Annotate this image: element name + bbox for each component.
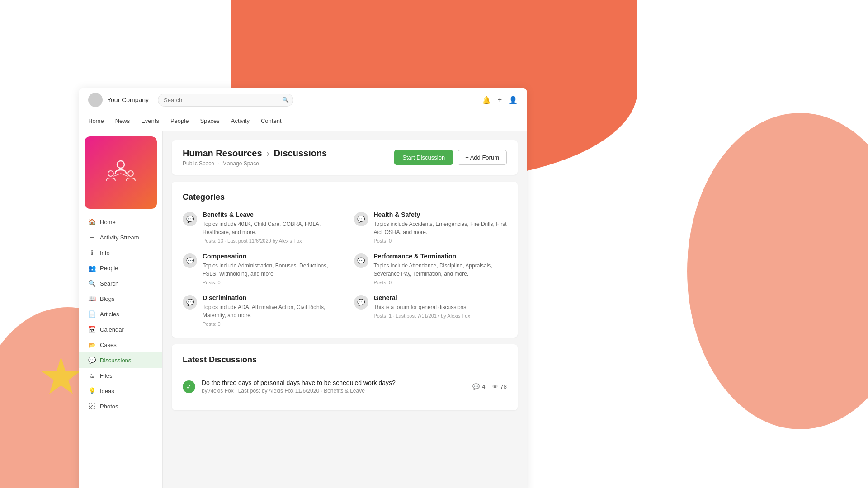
sidebar-item-blogs[interactable]: 📖 Blogs <box>79 291 162 306</box>
user-icon[interactable]: 👤 <box>509 96 518 104</box>
discussion-item: ✓ Do the three days of personal days hav… <box>183 374 507 399</box>
public-space-link[interactable]: Public Space <box>183 160 214 167</box>
manage-space-link[interactable]: Manage Space <box>222 160 259 167</box>
sidebar-item-discussions[interactable]: 💬 Discussions <box>79 352 162 368</box>
views-icon: 👁 <box>492 383 498 390</box>
category-icon-compensation: 💬 <box>183 253 197 268</box>
company-name: Your Company <box>107 96 149 103</box>
sidebar-label-info: Info <box>100 249 110 256</box>
sidebar-item-home[interactable]: 🏠 Home <box>79 214 162 230</box>
sidebar-item-calendar[interactable]: 📅 Calendar <box>79 322 162 337</box>
category-icon-health: 💬 <box>354 212 368 226</box>
articles-icon: 📄 <box>88 310 95 318</box>
comments-icon: 💬 <box>472 383 480 390</box>
nav-people[interactable]: People <box>170 112 189 131</box>
category-meta-benefits: Posts: 13 · Last post 11/6/2020 by Alexi… <box>203 238 336 244</box>
latest-discussions-card: Latest Discussions ✓ Do the three days o… <box>172 344 518 410</box>
category-content-compensation: Compensation Topics include Administrati… <box>203 253 336 285</box>
bell-icon[interactable]: 🔔 <box>482 96 491 104</box>
category-name-general[interactable]: General <box>374 294 470 301</box>
svg-line-3 <box>113 174 121 176</box>
views-count: 78 <box>500 383 507 390</box>
plus-icon[interactable]: + <box>498 96 502 104</box>
calendar-icon: 📅 <box>88 326 95 333</box>
sidebar-item-articles[interactable]: 📄 Articles <box>79 306 162 322</box>
content-area: 🏠 Home ☰ Activity Stream ℹ Info 👥 People… <box>79 131 527 488</box>
category-desc-discrimination: Topics include ADA, Affirmative Action, … <box>203 303 336 319</box>
add-forum-button[interactable]: + Add Forum <box>458 150 507 165</box>
top-bar-actions: 🔔 + 👤 <box>482 96 518 104</box>
cases-icon: 📂 <box>88 341 95 348</box>
sidebar-label-blogs: Blogs <box>100 296 115 302</box>
sidebar-item-people[interactable]: 👥 People <box>79 260 162 276</box>
nav-news[interactable]: News <box>115 112 130 131</box>
start-discussion-button[interactable]: Start Discussion <box>394 150 453 165</box>
category-name-compensation[interactable]: Compensation <box>203 253 336 260</box>
info-icon: ℹ <box>88 249 95 256</box>
main-content: Human Resources › Discussions Public Spa… <box>163 131 527 488</box>
category-performance-termination: 💬 Performance & Termination Topics inclu… <box>354 253 507 285</box>
categories-grid: 💬 Benefits & Leave Topics include 401K, … <box>183 211 507 327</box>
category-name-health[interactable]: Health & Safety <box>374 211 507 218</box>
sidebar-item-ideas[interactable]: 💡 Ideas <box>79 383 162 399</box>
category-meta-performance: Posts: 0 <box>374 280 507 285</box>
category-icon-performance: 💬 <box>354 253 368 268</box>
files-icon: 🗂 <box>88 372 95 379</box>
page-meta: Public Space · Manage Space <box>183 160 327 167</box>
people-icon: 👥 <box>88 264 95 272</box>
category-meta-health: Posts: 0 <box>374 238 507 244</box>
search-icon: 🔍 <box>282 97 289 103</box>
category-content-benefits: Benefits & Leave Topics include 401K, Ch… <box>203 211 336 244</box>
category-icon-general: 💬 <box>354 295 368 310</box>
breadcrumb-separator: › <box>266 148 269 158</box>
breadcrumb-part1[interactable]: Human Resources <box>183 148 262 158</box>
category-discrimination: 💬 Discrimination Topics include ADA, Aff… <box>183 294 336 327</box>
category-desc-benefits: Topics include 401K, Child Care, COBRA, … <box>203 220 336 236</box>
category-content-performance: Performance & Termination Topics include… <box>374 253 507 285</box>
space-logo <box>85 136 157 209</box>
nav-events[interactable]: Events <box>141 112 159 131</box>
category-name-performance[interactable]: Performance & Termination <box>374 253 507 260</box>
sidebar-label-activity-stream: Activity Stream <box>100 234 139 241</box>
sidebar-item-info[interactable]: ℹ Info <box>79 245 162 260</box>
nav-activity[interactable]: Activity <box>231 112 250 131</box>
sidebar-label-calendar: Calendar <box>100 326 124 333</box>
views-stat: 👁 78 <box>492 383 507 390</box>
nav-home[interactable]: Home <box>88 112 104 131</box>
sidebar-item-search[interactable]: 🔍 Search <box>79 276 162 291</box>
blogs-icon: 📖 <box>88 295 95 302</box>
discussions-icon: 💬 <box>88 357 95 364</box>
category-desc-performance: Topics include Attendance, Discipline, A… <box>374 262 507 278</box>
discussion-stats: 💬 4 👁 78 <box>472 383 507 390</box>
home-icon: 🏠 <box>88 218 95 225</box>
sidebar-label-people: People <box>100 265 118 272</box>
nav-content[interactable]: Content <box>261 112 282 131</box>
breadcrumb-part2: Discussions <box>274 148 327 158</box>
sidebar-item-cases[interactable]: 📂 Cases <box>79 337 162 352</box>
sidebar-label-search: Search <box>100 280 118 287</box>
category-name-benefits[interactable]: Benefits & Leave <box>203 211 336 218</box>
sidebar-menu: 🏠 Home ☰ Activity Stream ℹ Info 👥 People… <box>79 214 162 414</box>
sidebar-item-photos[interactable]: 🖼 Photos <box>79 399 162 414</box>
sidebar-item-files[interactable]: 🗂 Files <box>79 368 162 383</box>
category-meta-general: Posts: 1 · Last post 7/11/2017 by Alexis… <box>374 313 470 319</box>
category-content-discrimination: Discrimination Topics include ADA, Affir… <box>203 294 336 327</box>
comments-stat: 💬 4 <box>472 383 485 390</box>
category-benefits-leave: 💬 Benefits & Leave Topics include 401K, … <box>183 211 336 244</box>
discussion-content: Do the three days of personal days have … <box>202 379 466 394</box>
category-desc-compensation: Topics include Administration, Bonuses, … <box>203 262 336 278</box>
category-desc-health: Topics include Accidents, Emergencies, F… <box>374 220 507 236</box>
sidebar-item-activity-stream[interactable]: ☰ Activity Stream <box>79 230 162 245</box>
svg-point-1 <box>108 171 113 176</box>
photos-icon: 🖼 <box>88 403 95 410</box>
category-meta-compensation: Posts: 0 <box>203 280 336 285</box>
search-bar[interactable]: 🔍 <box>158 94 293 107</box>
category-name-discrimination[interactable]: Discrimination <box>203 294 336 301</box>
search-input[interactable] <box>158 94 293 107</box>
discussion-title[interactable]: Do the three days of personal days have … <box>202 379 466 386</box>
company-logo[interactable]: Your Company <box>88 93 149 107</box>
category-general: 💬 General This is a forum for general di… <box>354 294 507 327</box>
sidebar: 🏠 Home ☰ Activity Stream ℹ Info 👥 People… <box>79 131 163 488</box>
nav-spaces[interactable]: Spaces <box>200 112 219 131</box>
category-icon-discrimination: 💬 <box>183 295 197 310</box>
